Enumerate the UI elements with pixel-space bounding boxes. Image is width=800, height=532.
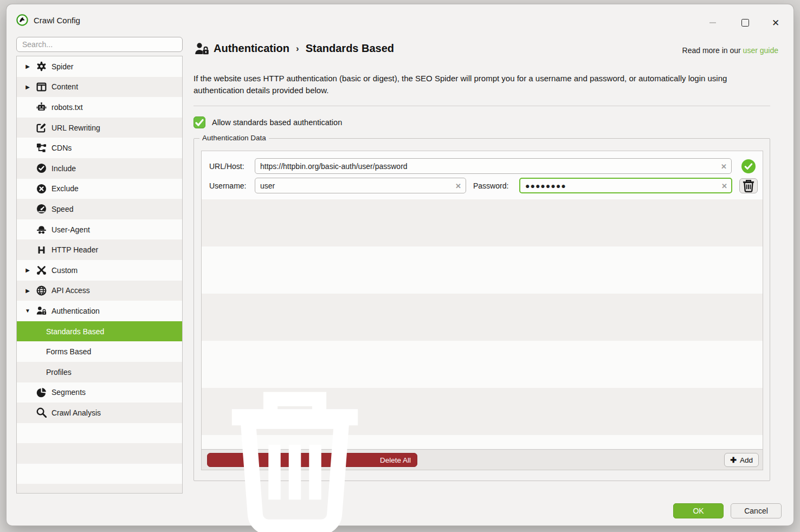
delete-entry-button[interactable] <box>739 178 758 193</box>
sidebar-item-authentication[interactable]: ▼Authentication <box>17 301 182 321</box>
password-input[interactable] <box>519 178 732 193</box>
authentication-icon <box>194 42 210 55</box>
url-host-input[interactable] <box>255 158 732 174</box>
tree-empty-row <box>17 484 182 494</box>
plus-icon: ✚ <box>730 456 737 464</box>
speedometer-icon <box>36 204 47 214</box>
sidebar-item-robots-txt[interactable]: robots.txt <box>17 97 182 118</box>
sidebar-item-label: Exclude <box>51 184 79 193</box>
username-field-wrap: ✕ <box>255 178 466 193</box>
crawl-config-dialog: Crawl Config ✕ ▶Spider▶Contentrobots.txt… <box>7 4 793 525</box>
columns-icon <box>36 82 47 92</box>
url-valid-check-icon <box>741 159 756 173</box>
sidebar-item-label: User-Agent <box>51 225 90 234</box>
sidebar-item-standards-based[interactable]: Standards Based <box>17 321 182 342</box>
titlebar: Crawl Config ✕ <box>7 4 793 35</box>
close-button[interactable]: ✕ <box>764 14 787 31</box>
sidebar-item-exclude[interactable]: Exclude <box>17 179 182 199</box>
username-label: Username: <box>209 181 246 190</box>
authentication-data-fieldset: Authentication Data URL/Host: ✕ Username… <box>193 138 770 481</box>
sidebar-item-user-agent[interactable]: User-Agent <box>17 219 182 240</box>
read-more: Read more in our user guide <box>682 46 778 55</box>
clear-password-icon[interactable]: ✕ <box>721 182 727 189</box>
clear-url-icon[interactable]: ✕ <box>721 163 727 170</box>
sidebar-item-speed[interactable]: Speed <box>17 199 182 219</box>
list-toolbar: Delete All ✚ Add <box>201 449 763 470</box>
chevron-right-icon[interactable]: ▶ <box>23 288 33 294</box>
add-button[interactable]: ✚ Add <box>724 453 759 467</box>
sidebar-item-url-rewriting[interactable]: URL Rewriting <box>17 118 182 138</box>
delete-all-button[interactable]: Delete All <box>207 453 417 467</box>
auth-entry: URL/Host: ✕ Username: ✕ Password: ✕ <box>202 151 763 199</box>
close-icon: ✕ <box>772 18 779 28</box>
edit-icon <box>36 122 47 133</box>
window-title: Crawl Config <box>34 16 80 25</box>
globe-icon <box>36 286 47 296</box>
sidebar-item-label: Crawl Analysis <box>51 408 101 417</box>
minimize-button[interactable] <box>701 14 724 31</box>
chevron-down-icon[interactable]: ▼ <box>23 308 33 314</box>
read-more-text: Read more in our <box>682 46 741 55</box>
sidebar-item-label: Standards Based <box>46 327 104 336</box>
robot-icon <box>36 102 47 112</box>
breadcrumb-separator-icon: › <box>296 43 299 54</box>
chevron-right-icon[interactable]: ▶ <box>23 267 33 273</box>
sidebar-item-profiles[interactable]: Profiles <box>17 362 182 382</box>
tree-empty-row <box>17 443 182 464</box>
user-guide-link[interactable]: user guide <box>743 46 778 55</box>
pie-icon <box>36 387 47 398</box>
user-lock-icon <box>36 306 47 316</box>
sidebar-item-include[interactable]: Include <box>17 158 182 179</box>
description-text: If the website uses HTTP authentication … <box>193 73 771 96</box>
clear-username-icon[interactable]: ✕ <box>455 182 461 189</box>
sidebar-item-label: Spider <box>51 62 73 71</box>
sidebar-item-label: Content <box>51 82 78 91</box>
tree-empty-row <box>17 423 182 444</box>
trash-icon <box>214 379 376 532</box>
sidebar-item-http-header[interactable]: HTTP Header <box>17 239 182 260</box>
add-label: Add <box>740 456 753 464</box>
sidebar-item-label: Include <box>51 164 76 173</box>
network-icon <box>36 143 47 153</box>
x-circle-icon <box>36 184 47 194</box>
fieldset-legend: Authentication Data <box>199 134 269 142</box>
minimize-icon <box>709 22 716 23</box>
sidebar-item-segments[interactable]: Segments <box>17 382 182 403</box>
breadcrumb-current: Standards Based <box>306 42 394 55</box>
tools-icon <box>36 265 47 275</box>
gear-icon <box>36 61 47 72</box>
maximize-button[interactable] <box>734 14 757 31</box>
sidebar-item-label: Authentication <box>51 307 100 315</box>
sidebar-item-spider[interactable]: ▶Spider <box>17 56 182 77</box>
password-field-wrap: ✕ <box>519 178 732 193</box>
spy-icon <box>36 224 47 235</box>
cancel-button[interactable]: Cancel <box>731 503 782 518</box>
chevron-right-icon[interactable]: ▶ <box>23 84 33 90</box>
check-circle-icon <box>36 163 47 173</box>
sidebar-item-label: URL Rewriting <box>51 124 100 132</box>
ok-button[interactable]: OK <box>673 503 724 518</box>
sidebar-item-custom[interactable]: ▶Custom <box>17 260 182 281</box>
sidebar-item-content[interactable]: ▶Content <box>17 77 182 98</box>
divider <box>193 106 770 106</box>
sidebar-item-crawl-analysis[interactable]: Crawl Analysis <box>17 403 182 423</box>
sidebar-item-label: HTTP Header <box>51 245 98 254</box>
username-input[interactable] <box>255 178 466 193</box>
search-input[interactable] <box>16 37 183 52</box>
breadcrumb: Authentication › Standards Based <box>214 42 394 55</box>
sidebar-item-label: Segments <box>51 388 86 397</box>
chevron-right-icon[interactable]: ▶ <box>23 63 33 69</box>
app-logo-icon <box>16 14 28 26</box>
sidebar-item-forms-based[interactable]: Forms Based <box>17 341 182 362</box>
allow-auth-row: Allow standards based authentication <box>193 116 342 128</box>
sidebar-item-label: Speed <box>51 205 73 213</box>
sidebar-item-label: Profiles <box>46 368 72 377</box>
config-tree: ▶Spider▶Contentrobots.txtURL RewritingCD… <box>16 56 183 494</box>
url-host-field-wrap: ✕ <box>255 158 732 174</box>
sidebar-item-api-access[interactable]: ▶API Access <box>17 281 182 301</box>
allow-auth-checkbox[interactable] <box>193 116 205 128</box>
allow-auth-label: Allow standards based authentication <box>212 118 342 127</box>
url-host-label: URL/Host: <box>209 162 244 171</box>
sidebar-item-label: Forms Based <box>46 347 91 356</box>
sidebar-item-cdns[interactable]: CDNs <box>17 138 182 158</box>
